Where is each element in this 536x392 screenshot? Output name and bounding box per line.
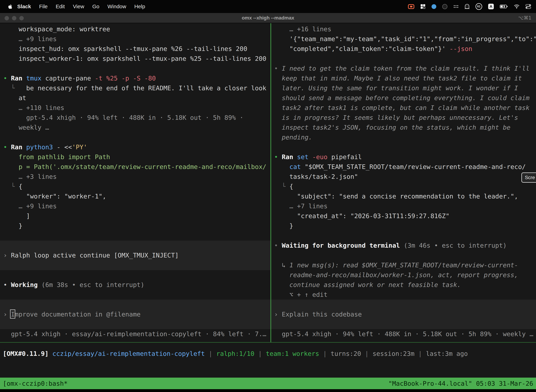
terminal-line: … +9 lines [3,201,270,211]
terminal-line: tasks/task-2.json" [274,172,536,182]
text-segment: "worker": "worker-1", [3,193,106,200]
terminal-line [274,250,536,260]
text-segment: Ran [11,144,26,151]
model-status-left: gpt-5.4 xhigh · essay/ai-reimplementatio… [3,329,270,339]
terminal-line: … +110 lines [3,103,270,113]
text-segment: cat [289,163,305,170]
terminal-line: } [274,221,536,231]
text-segment: 'PY' [72,144,87,151]
text-segment: | [361,350,373,357]
tmux-host-time-label: "MacBook-Pro-44.local" 05:03 31-Mar-26 [388,380,533,387]
input-source-icon[interactable]: A [488,4,494,9]
text-cursor: I [11,311,15,318]
text-segment: inspect_worker-1: omx sparkshell --tmux-… [3,55,266,62]
text-segment: ralph:1/10 [216,350,254,357]
text-segment: • [274,242,282,249]
terminal-line [0,260,270,270]
terminal-line: should send a message before completing … [274,93,536,103]
blue-dot [431,4,436,9]
wifi-icon[interactable] [514,5,519,9]
text-segment: … +110 lines [3,104,64,111]
tmux-pane-left[interactable]: workspace_mode: worktree … +9 lines insp… [0,23,270,342]
tmux-pane-right[interactable]: … +16 lines '{"team_name":"my-team","tas… [271,23,536,342]
menu-bar: Slack FileEditViewGoWindowHelp 61 A [0,0,536,13]
window-title-bar: omx --xhigh --madmax ⌥⌘1 [0,13,536,23]
text-segment: inspect task2's JSON, focusing on the st… [274,124,511,131]
composer-input-right[interactable]: › Explain this codebase [271,309,536,319]
menu-item-view[interactable]: View [69,4,88,9]
terminal-line: '{"team_name":"my-team","task_id":"1","f… [274,34,536,44]
terminal: workspace_mode: worktree … +9 lines insp… [0,23,536,342]
dark-app-icon[interactable] [442,4,447,9]
text-segment: "subject": "send a concise recommendatio… [274,193,518,200]
text-segment: should send a message before completing … [274,94,530,102]
text-segment: { [289,183,293,190]
menu-left: Slack FileEditViewGoWindowHelp [8,4,149,9]
text-segment: gpt-5.4 xhigh · 94% left · 488K in · 5.1… [274,330,533,338]
text-segment: tasks/task-2.json" [274,173,358,180]
text-segment: › [274,311,282,318]
apple-menu-icon[interactable] [8,4,12,9]
text-segment: inspect_hud: omx sparkshell --tmux-pane … [3,45,247,52]
menu-app-name[interactable]: Slack [15,4,35,9]
terminal-line [3,290,270,300]
menu-item-help[interactable]: Help [130,4,149,9]
text-segment: (3m 46s • esc to interrupt) [404,242,507,249]
ralph-loop-status: › Ralph loop active continue [OMX_TMUX_I… [0,250,270,260]
text-segment: set [297,153,312,160]
dots-grid-icon[interactable] [453,5,459,9]
terminal-line: at [3,93,270,103]
text-segment: -euo [312,153,331,160]
text-segment: readme-and-reco/mailbox/worker-1.json, a… [274,271,518,279]
terminal-line: } [3,221,270,231]
terminal-line: … +9 lines [3,34,270,44]
blue-app-icon[interactable] [431,4,436,9]
text-segment: Ran [11,75,26,82]
text-segment: Ralph loop active continue [OMX_TMUX_INJ… [11,252,179,259]
battery-charging-icon[interactable] [500,5,508,9]
text-segment: └ [3,84,26,92]
text-segment: … +9 lines [3,35,57,42]
text-segment: task2 after task1 is complete, but can I… [274,104,530,111]
text-segment: • [274,65,282,72]
text-segment: -t %25 -p -S -80 [95,75,156,82]
dark-dot [442,4,447,9]
window-grid-icon[interactable] [420,4,426,9]
control-center-icon[interactable] [526,4,531,9]
terminal-line [3,231,270,241]
text-segment: keep that in mind. Maybe I also need the… [274,75,522,82]
text-segment: python3 [26,144,57,151]
text-segment: … +7 lines [274,202,327,210]
text-segment: is in progress? It seems likely but perh… [274,114,518,121]
ghost-app-icon[interactable] [464,4,469,9]
terminal-line: "worker": "worker-1", [3,191,270,201]
menu-item-go[interactable]: Go [88,4,103,9]
text-segment: | [319,350,330,357]
terminal-line [271,300,536,309]
text-segment: | [205,350,216,357]
terminal-line: later. Using the same for transition mig… [274,83,536,93]
screen-popup[interactable]: Scre [522,173,536,183]
composer-input-left[interactable]: › Improve documentation in @filename [0,309,270,319]
menu-item-file[interactable]: File [35,4,52,9]
text-segment: 1 new msg(s): read $OMX_TEAM_STATE_ROOT/… [289,261,518,269]
text-segment: [OMX#0.11.9] [3,350,53,357]
text-segment: session:23m [373,350,414,357]
text-segment: "created_at": "2026-03-31T11:59:27.816Z" [274,212,450,219]
battery-percentage-icon[interactable]: 61 [475,3,482,10]
text-segment: mprove documentation in @filename [15,311,140,318]
terminal-line: ↳ 1 new msg(s): read $OMX_TEAM_STATE_ROO… [274,260,536,270]
terminal-line: └ { [274,182,536,191]
text-segment: gpt-5.4 xhigh · essay/ai-reimplementatio… [3,330,266,338]
menu-item-edit[interactable]: Edit [52,4,69,9]
terminal-line: weekly … [3,123,270,132]
terminal-line: └ { [3,182,270,191]
text-segment: "completed","claim_token":"claim-token"}… [274,45,450,52]
text-segment: • [274,153,282,160]
menu-item-window[interactable]: Window [103,4,130,9]
text-segment: turns:20 [330,350,361,357]
text-segment: … +9 lines [3,202,57,210]
terminal-line [0,319,270,329]
screen-recording-stop-icon[interactable] [408,4,414,9]
terminal-line: … +7 lines [274,201,536,211]
